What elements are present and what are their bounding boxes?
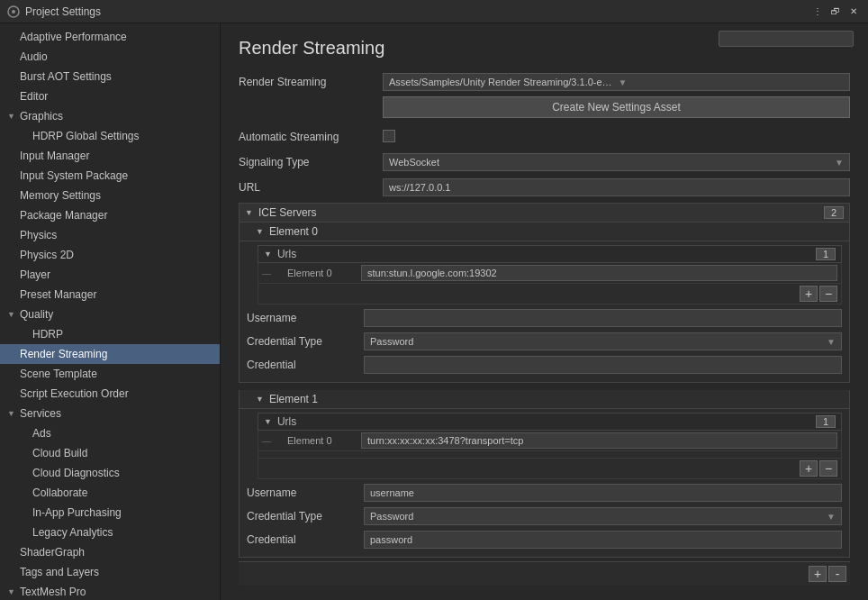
sidebar-item-render-streaming[interactable]: Render Streaming (0, 344, 220, 364)
minimize-btn[interactable]: 🗗 (828, 5, 843, 19)
add-url-btn-1[interactable]: + (800, 460, 818, 477)
sidebar-item-collaborate[interactable]: Collaborate (0, 483, 220, 503)
sidebar-item-ads[interactable]: Ads (0, 423, 220, 443)
sidebar-label-cloud-diagnostics: Cloud Diagnostics (32, 465, 120, 481)
sidebar-item-input-system-package[interactable]: Input System Package (0, 166, 220, 186)
sidebar-item-input-manager[interactable]: Input Manager (0, 146, 220, 166)
sidebar-label-player: Player (20, 267, 50, 283)
render-streaming-path: Assets/Samples/Unity Render Streaming/3.… (389, 77, 615, 87)
sidebar-label-ads: Ads (32, 425, 51, 441)
sidebar-item-quality[interactable]: ▼Quality (0, 305, 220, 324)
username-input-0[interactable] (364, 309, 842, 327)
sidebar-item-legacy-analytics[interactable]: Legacy Analytics (0, 523, 220, 542)
content-search[interactable] (719, 31, 854, 47)
render-streaming-value[interactable]: Assets/Samples/Unity Render Streaming/3.… (383, 73, 850, 91)
sidebar-label-physics: Physics (20, 227, 57, 243)
sidebar-label-physics-2d: Physics 2D (20, 247, 74, 263)
sidebar-item-audio[interactable]: Audio (0, 47, 220, 67)
ns-arrow-1: ▼ (256, 395, 264, 404)
sidebar-label-hdrp: HDRP (32, 326, 63, 342)
automatic-streaming-checkbox[interactable] (383, 130, 395, 142)
credential-type-select-0[interactable]: Password (365, 333, 841, 350)
ice-element-header-0[interactable]: ▼ Element 0 (240, 223, 849, 241)
search-input[interactable] (719, 31, 854, 47)
username-input-1[interactable] (364, 484, 842, 502)
remove-url-btn-0[interactable]: − (819, 286, 837, 302)
ice-element-1: ▼ Element 1 ▼ Urls 1 — Element 0 + − Use… (239, 390, 850, 558)
sidebar-item-preset-manager[interactable]: Preset Manager (0, 285, 220, 305)
signaling-type-control: WebSocketHTTP ▼ (383, 153, 850, 171)
remove-url-btn-1[interactable]: − (819, 460, 837, 477)
url-element-row-0-0: — Element 0 (258, 263, 842, 284)
sidebar-item-hdrp-global-settings[interactable]: HDRP Global Settings (0, 126, 220, 146)
sidebar-label-collaborate: Collaborate (32, 485, 87, 501)
username-row-1: Username (247, 483, 842, 503)
urls-header-0[interactable]: ▼ Urls 1 (258, 245, 842, 263)
signaling-type-select[interactable]: WebSocketHTTP (384, 154, 849, 170)
sidebar-arrow-quality: ▼ (7, 306, 18, 323)
sidebar-label-adaptive-performance: Adaptive Performance (20, 29, 127, 45)
automatic-streaming-label: Automatic Streaming (239, 131, 383, 143)
credential-type-select-wrap-1[interactable]: Password ▼ (364, 507, 842, 525)
credential-type-select-1[interactable]: Password (365, 508, 841, 524)
url-scroll-spacer-1 (258, 451, 842, 459)
sidebar-item-burst-aot-settings[interactable]: Burst AOT Settings (0, 67, 220, 86)
sidebar-label-input-system-package: Input System Package (20, 168, 128, 184)
sidebar-item-adaptive-performance[interactable]: Adaptive Performance (0, 27, 220, 47)
sidebar-arrow-textmesh-pro: ▼ (7, 584, 18, 600)
credential-input-1[interactable] (364, 531, 842, 549)
username-label-0: Username (247, 312, 364, 324)
url-element-input-1-0[interactable] (361, 432, 837, 449)
sidebar-label-legacy-analytics: Legacy Analytics (32, 524, 113, 541)
sidebar-item-hdrp[interactable]: HDRP (0, 324, 220, 344)
sidebar-label-burst-aot-settings: Burst AOT Settings (20, 68, 112, 85)
more-options-btn[interactable]: ⋮ (810, 5, 825, 19)
sidebar-item-cloud-build[interactable]: Cloud Build (0, 443, 220, 463)
signaling-type-select-wrap[interactable]: WebSocketHTTP ▼ (383, 153, 850, 171)
url-add-remove-1: + − (258, 459, 842, 479)
credential-type-select-wrap-0[interactable]: Password ▼ (364, 332, 842, 350)
credential-type-control-1: Password ▼ (364, 507, 842, 525)
add-url-btn-0[interactable]: + (800, 286, 818, 302)
app-icon (7, 5, 20, 18)
ice-servers-header[interactable]: ▼ ICE Servers 2 (239, 203, 850, 223)
create-settings-btn[interactable]: Create New Settings Asset (383, 96, 850, 118)
svg-point-1 (12, 10, 15, 14)
u-arrow-1: ▼ (264, 417, 272, 426)
title-bar: Project Settings ⋮ 🗗 ✕ (0, 0, 868, 23)
add-ice-server-btn[interactable]: + (809, 566, 827, 582)
url-add-remove-0: + − (258, 284, 842, 305)
sidebar-item-textmesh-pro[interactable]: ▼TextMesh Pro (0, 582, 220, 600)
sidebar-item-physics[interactable]: Physics (0, 225, 220, 245)
sidebar-item-scene-template[interactable]: Scene Template (0, 364, 220, 384)
ice-servers-count: 2 (824, 206, 844, 219)
close-btn[interactable]: ✕ (846, 5, 861, 19)
sidebar-item-services[interactable]: ▼Services (0, 404, 220, 423)
sidebar-item-tags-and-layers[interactable]: Tags and Layers (0, 562, 220, 582)
sidebar-item-memory-settings[interactable]: Memory Settings (0, 186, 220, 205)
urls-header-1[interactable]: ▼ Urls 1 (258, 413, 842, 431)
sidebar-label-graphics: Graphics (20, 108, 63, 124)
remove-ice-server-btn[interactable]: - (828, 566, 846, 582)
sidebar: Adaptive PerformanceAudioBurst AOT Setti… (0, 23, 221, 600)
sidebar-item-in-app-purchasing[interactable]: In-App Purchasing (0, 503, 220, 523)
sidebar-item-cloud-diagnostics[interactable]: Cloud Diagnostics (0, 463, 220, 483)
sidebar-label-render-streaming: Render Streaming (20, 346, 107, 362)
sidebar-item-physics-2d[interactable]: Physics 2D (0, 245, 220, 265)
signaling-type-row: Signaling Type WebSocketHTTP ▼ (239, 152, 850, 172)
sidebar-item-graphics[interactable]: ▼Graphics (0, 106, 220, 126)
sidebar-item-player[interactable]: Player (0, 265, 220, 285)
username-control-1 (364, 484, 842, 502)
sidebar-item-script-execution-order[interactable]: Script Execution Order (0, 384, 220, 404)
ice-element-header-1[interactable]: ▼ Element 1 (240, 390, 849, 409)
ice-element-0: ▼ Element 0 ▼ Urls 1 — Element 0 + − Use… (239, 223, 850, 383)
sidebar-item-package-manager[interactable]: Package Manager (0, 205, 220, 225)
url-input[interactable] (383, 178, 850, 196)
sidebar-item-editor[interactable]: Editor (0, 86, 220, 106)
render-streaming-row: Render Streaming Assets/Samples/Unity Re… (239, 73, 850, 91)
url-element-input-0-0[interactable] (361, 265, 837, 281)
credential-input-0[interactable] (364, 356, 842, 374)
credential-control-0 (364, 356, 842, 374)
sidebar-label-preset-manager: Preset Manager (20, 286, 96, 303)
sidebar-item-shader-graph[interactable]: ShaderGraph (0, 542, 220, 562)
